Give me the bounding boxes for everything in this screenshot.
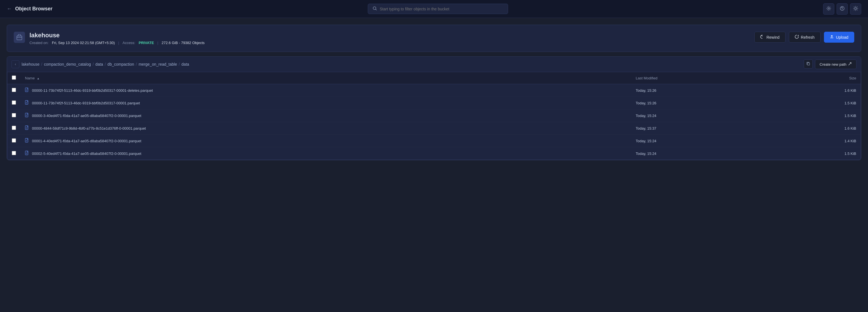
- top-navigation: ← Object Browser: [0, 0, 868, 18]
- row-checkbox-5[interactable]: [12, 151, 16, 155]
- file-table-wrapper: Name ▲ Last Modified Size: [7, 72, 861, 160]
- theme-button[interactable]: [850, 3, 861, 14]
- last-modified-3: Today, 15:37: [631, 122, 768, 135]
- select-all-header[interactable]: [7, 72, 21, 84]
- copy-path-button[interactable]: [804, 60, 813, 68]
- row-checkbox-2[interactable]: [12, 113, 16, 117]
- file-icon-2: [25, 113, 29, 118]
- size-5: 1.5 KiB: [768, 147, 861, 160]
- bucket-meta: Created on: Fri, Sep 13 2024 02:21:58 (G…: [29, 41, 205, 45]
- file-icon-0: [25, 88, 29, 93]
- path-back-button[interactable]: ‹: [11, 60, 19, 68]
- rewind-button[interactable]: Rewind: [754, 32, 785, 43]
- refresh-icon: [795, 35, 799, 39]
- upload-icon: [830, 35, 834, 39]
- last-modified-1: Today, 15:26: [631, 97, 768, 110]
- table-row: 00002-5-40ed4f71-f0da-41a7-ae05-d8aba584…: [7, 147, 861, 160]
- row-checkbox-cell-1[interactable]: [7, 97, 21, 110]
- file-icon-4: [25, 138, 29, 144]
- name-column-header[interactable]: Name ▲: [21, 72, 631, 84]
- table-row: 00001-4-40ed4f71-f0da-41a7-ae05-d8aba584…: [7, 135, 861, 147]
- row-checkbox-cell-4[interactable]: [7, 135, 21, 147]
- bucket-info: lakehouse Created on: Fri, Sep 13 2024 0…: [14, 32, 205, 45]
- file-name-cell-1[interactable]: 00000-11-73b74f2f-5113-46dc-9319-bbf0b2d…: [21, 97, 631, 110]
- table-header: Name ▲ Last Modified Size: [7, 72, 861, 84]
- settings-icon: [826, 6, 831, 12]
- help-icon: [840, 6, 845, 12]
- back-arrow-icon[interactable]: ←: [7, 6, 12, 12]
- file-icon-1: [25, 100, 29, 106]
- bucket-actions: Rewind Refresh: [754, 32, 854, 43]
- file-name-cell-5[interactable]: 00002-5-40ed4f71-f0da-41a7-ae05-d8aba584…: [21, 147, 631, 160]
- search-input[interactable]: [380, 7, 503, 11]
- bucket-icon: [14, 32, 25, 43]
- copy-icon: [806, 62, 810, 66]
- last-modified-5: Today, 15:24: [631, 147, 768, 160]
- svg-point-4: [842, 9, 842, 10]
- breadcrumb-sep-4: /: [179, 62, 180, 66]
- created-label: Created on:: [29, 41, 49, 45]
- refresh-button[interactable]: Refresh: [789, 32, 820, 43]
- breadcrumb: lakehouse / compaction_demo_catalog / da…: [22, 62, 189, 66]
- size-2: 1.5 KiB: [768, 110, 861, 122]
- file-name-cell-3[interactable]: 00000-4844-58df71c9-9b8d-4bf0-a77b-8c51e…: [21, 122, 631, 135]
- breadcrumb-segment-3[interactable]: db_compaction: [107, 62, 134, 66]
- row-checkbox-4[interactable]: [12, 138, 16, 143]
- size-column-header[interactable]: Size: [768, 72, 861, 84]
- upload-button[interactable]: Upload: [824, 32, 854, 43]
- size-4: 1.4 KiB: [768, 135, 861, 147]
- upload-label: Upload: [836, 35, 848, 39]
- search-bar[interactable]: [368, 4, 508, 14]
- rewind-icon: [760, 35, 764, 39]
- row-checkbox-3[interactable]: [12, 126, 16, 130]
- path-navigation: ‹ lakehouse / compaction_demo_catalog / …: [11, 60, 189, 68]
- size-value: 272.6 GiB - 79382 Objects: [162, 41, 205, 45]
- breadcrumb-segment-5[interactable]: data: [182, 62, 189, 66]
- row-checkbox-cell-5[interactable]: [7, 147, 21, 160]
- breadcrumb-segment-2[interactable]: data: [95, 62, 103, 66]
- path-back-icon: ‹: [15, 62, 16, 66]
- nav-left: ← Object Browser: [7, 6, 53, 12]
- row-checkbox-cell-0[interactable]: [7, 84, 21, 97]
- svg-rect-6: [17, 36, 22, 40]
- breadcrumb-segment-0[interactable]: lakehouse: [22, 62, 39, 66]
- file-icon-5: [25, 151, 29, 156]
- last-modified-4: Today, 15:24: [631, 135, 768, 147]
- bucket-header: lakehouse Created on: Fri, Sep 13 2024 0…: [14, 32, 854, 45]
- settings-button[interactable]: [823, 3, 834, 14]
- svg-rect-8: [807, 63, 810, 65]
- breadcrumb-segment-4[interactable]: merge_on_read_table: [138, 62, 177, 66]
- select-all-checkbox[interactable]: [12, 75, 16, 80]
- file-name-cell-4[interactable]: 00001-4-40ed4f71-f0da-41a7-ae05-d8aba584…: [21, 135, 631, 147]
- svg-point-2: [828, 7, 829, 9]
- create-path-button[interactable]: Create new path: [815, 60, 857, 69]
- file-icon-3: [25, 125, 29, 131]
- row-checkbox-cell-3[interactable]: [7, 122, 21, 135]
- last-modified-0: Today, 15:26: [631, 84, 768, 97]
- breadcrumb-sep-1: /: [93, 62, 94, 66]
- breadcrumb-sep-0: /: [41, 62, 42, 66]
- file-name-5: 00002-5-40ed4f71-f0da-41a7-ae05-d8aba584…: [32, 152, 142, 156]
- created-value: Fri, Sep 13 2024 02:21:58 (GMT+5:30): [52, 41, 115, 45]
- size-0: 1.6 KiB: [768, 84, 861, 97]
- row-checkbox-0[interactable]: [12, 88, 16, 92]
- breadcrumb-segment-1[interactable]: compaction_demo_catalog: [44, 62, 91, 66]
- create-path-icon: [848, 62, 852, 66]
- file-name-cell-2[interactable]: 00000-3-40ed4f71-f0da-41a7-ae05-d8aba584…: [21, 110, 631, 122]
- file-name-cell-0[interactable]: 00000-11-73b74f2f-5113-46dc-9319-bbf0b2d…: [21, 84, 631, 97]
- create-path-label: Create new path: [820, 62, 846, 66]
- table-body: 00000-11-73b74f2f-5113-46dc-9319-bbf0b2d…: [7, 84, 861, 160]
- svg-point-5: [855, 7, 857, 9]
- row-checkbox-cell-2[interactable]: [7, 110, 21, 122]
- search-icon: [373, 6, 377, 11]
- rewind-label: Rewind: [767, 35, 780, 39]
- row-checkbox-1[interactable]: [12, 100, 16, 105]
- access-value: PRIVATE: [138, 41, 154, 45]
- bucket-card: lakehouse Created on: Fri, Sep 13 2024 0…: [7, 25, 861, 52]
- bucket-name: lakehouse: [29, 32, 205, 39]
- last-modified-column-header[interactable]: Last Modified: [631, 72, 768, 84]
- name-sort-icon: ▲: [37, 77, 39, 80]
- breadcrumb-sep-2: /: [105, 62, 106, 66]
- help-button[interactable]: [837, 3, 848, 14]
- refresh-label: Refresh: [801, 35, 815, 39]
